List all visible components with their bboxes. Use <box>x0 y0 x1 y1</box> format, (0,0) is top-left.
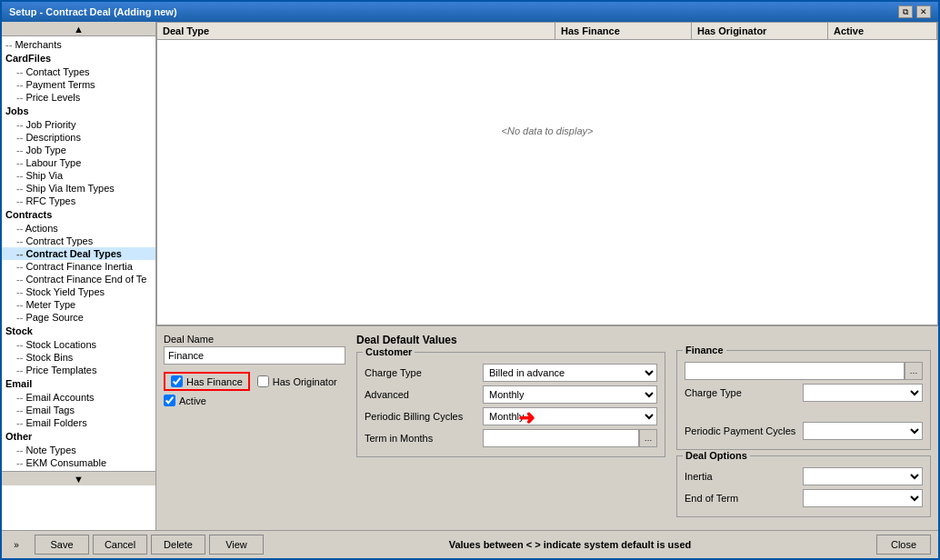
advanced-control: Monthly Quarterly Annually <box>483 385 657 404</box>
finance-charge-type-select[interactable]: Billed in advance Billed in arrears <box>803 384 923 402</box>
main-window: Setup - Contract Deal (Adding new) ⧉ ✕ ▲… <box>0 0 940 560</box>
table-header: Deal Type Has Finance Has Originator Act… <box>157 23 937 40</box>
finance-input-container: … <box>685 362 923 380</box>
customer-group-box: Customer Charge Type Billed in advance B… <box>356 352 665 457</box>
sidebar-item-descriptions[interactable]: Descriptions <box>2 131 155 144</box>
sidebar-item-ship-via[interactable]: Ship Via <box>2 169 155 182</box>
sidebar-item-job-priority[interactable]: Job Priority <box>2 118 155 131</box>
sidebar-item-contract-deal-types[interactable]: Contract Deal Types <box>2 247 155 260</box>
close-button[interactable]: ✕ <box>916 5 931 18</box>
inertia-row: Inertia <box>685 467 923 485</box>
finance-charge-type-row: Charge Type Billed in advance Billed in … <box>685 384 923 402</box>
table-no-data: <No data to display> <box>157 40 937 222</box>
sidebar-item-labour-type[interactable]: Labour Type <box>2 156 155 169</box>
has-finance-checkbox[interactable] <box>171 375 183 387</box>
bottom-buttons-left: Save Cancel Delete View <box>35 535 264 555</box>
sidebar-section-jobs: Jobs <box>2 104 155 118</box>
nav-left-arrow[interactable]: » <box>9 537 24 552</box>
finance-charge-type-label: Charge Type <box>685 387 803 398</box>
periodic-billing-select[interactable]: Monthly Quarterly Annually <box>483 407 657 425</box>
has-originator-checkbox[interactable] <box>257 375 269 387</box>
view-button[interactable]: View <box>209 535 264 555</box>
deal-defaults-section: Deal Default Values Customer Charge Type <box>356 334 665 523</box>
sidebar-item-actions[interactable]: Actions <box>2 222 155 235</box>
bottom-bar: » Save Cancel Delete View Values between… <box>2 530 938 558</box>
sidebar-section-cardfiles: CardFiles <box>2 51 155 65</box>
has-originator-container: Has Originator <box>257 375 337 387</box>
sidebar-item-contract-finance-end[interactable]: Contract Finance End of Te <box>2 273 155 285</box>
sidebar-item-meter-type[interactable]: Meter Type <box>2 298 155 311</box>
sidebar-scroll-down[interactable]: ▼ <box>2 471 155 485</box>
sidebar-item-stock-bins[interactable]: Stock Bins <box>2 351 155 364</box>
periodic-billing-row: Periodic Billing Cycles Monthly Quarterl… <box>365 407 657 425</box>
deal-name-section: Deal Name <box>164 334 345 365</box>
advanced-label: Advanced <box>365 389 483 400</box>
sidebar-item-note-types[interactable]: Note Types <box>2 444 155 456</box>
charge-type-select[interactable]: Billed in advance Billed in arrears <box>483 364 657 382</box>
sidebar-section-email: Email <box>2 376 155 391</box>
end-of-term-control <box>803 489 923 507</box>
table-area: Deal Type Has Finance Has Originator Act… <box>156 22 938 325</box>
end-of-term-label: End of Term <box>685 493 803 504</box>
col-has-originator: Has Originator <box>692 23 828 39</box>
finance-input-row: … <box>685 362 923 380</box>
col-active: Active <box>828 23 937 39</box>
deal-name-input[interactable] <box>164 346 345 365</box>
content-area: Deal Type Has Finance Has Originator Act… <box>156 22 938 530</box>
save-button[interactable]: Save <box>35 535 89 555</box>
sidebar-item-email-folders[interactable]: Email Folders <box>2 416 155 429</box>
sidebar-item-contract-finance-inertia[interactable]: Contract Finance Inertia <box>2 260 155 273</box>
periodic-billing-label: Periodic Billing Cycles <box>365 411 483 422</box>
finance-browse-button[interactable]: … <box>905 362 923 380</box>
sidebar-item-merchants[interactable]: Merchants <box>2 38 155 51</box>
periodic-payment-control: Monthly Quarterly <box>803 422 923 440</box>
finance-input[interactable] <box>685 362 905 380</box>
sidebar-item-email-tags[interactable]: Email Tags <box>2 404 155 416</box>
sidebar-item-email-accounts[interactable]: Email Accounts <box>2 391 155 404</box>
sidebar-item-payment-terms[interactable]: Payment Terms <box>2 78 155 91</box>
sidebar-scroll-up[interactable]: ▲ <box>2 22 155 36</box>
charge-type-label: Charge Type <box>365 367 483 378</box>
sidebar-item-ekm-consumable[interactable]: EKM Consumable <box>2 456 155 469</box>
active-checkbox[interactable] <box>164 395 175 406</box>
periodic-billing-control: Monthly Quarterly Annually <box>483 407 657 425</box>
sidebar: ▲ Merchants CardFiles Contact Types Paym… <box>2 22 156 530</box>
sidebar-item-price-levels[interactable]: Price Levels <box>2 91 155 104</box>
sidebar-item-ship-via-item-types[interactable]: Ship Via Item Types <box>2 182 155 195</box>
restore-button[interactable]: ⧉ <box>898 5 913 18</box>
form-row: Deal Name Has Finance Has Originat <box>164 334 931 523</box>
finance-group-title: Finance <box>683 345 726 355</box>
sidebar-content: Merchants CardFiles Contact Types Paymen… <box>2 36 155 471</box>
sidebar-item-contact-types[interactable]: Contact Types <box>2 65 155 78</box>
term-months-browse-button[interactable]: … <box>639 429 657 447</box>
cancel-button[interactable]: Cancel <box>93 535 147 555</box>
sidebar-item-job-type[interactable]: Job Type <box>2 144 155 156</box>
sidebar-item-rfc-types[interactable]: RFC Types <box>2 195 155 207</box>
title-bar-controls: ⧉ ✕ <box>898 5 931 18</box>
customer-group-title: Customer <box>363 346 415 357</box>
checkboxes-row: Has Finance Has Originator <box>164 372 345 391</box>
sidebar-item-page-source[interactable]: Page Source <box>2 311 155 324</box>
form-area: ➜ Deal Name Has Finance <box>156 325 938 530</box>
term-months-control: … <box>483 429 657 447</box>
term-months-row: Term in Months … <box>365 429 657 447</box>
inertia-select[interactable] <box>803 467 923 485</box>
sidebar-item-price-templates[interactable]: Price Templates <box>2 364 155 376</box>
periodic-payment-select[interactable]: Monthly Quarterly <box>803 422 923 440</box>
term-months-input[interactable] <box>483 429 639 447</box>
end-of-term-select[interactable] <box>803 489 923 507</box>
form-left: Deal Name Has Finance Has Originat <box>164 334 345 523</box>
active-label: Active <box>179 395 206 406</box>
delete-button[interactable]: Delete <box>151 535 205 555</box>
close-button[interactable]: Close <box>876 535 931 555</box>
sidebar-item-contract-types[interactable]: Contract Types <box>2 235 155 247</box>
finance-deal-options-column: Finance … Charge Type <box>676 334 931 523</box>
red-arrow-indicator: ➜ <box>518 406 535 430</box>
nav-arrows: » <box>9 537 24 552</box>
advanced-row: Advanced Monthly Quarterly Annually <box>365 385 657 404</box>
sidebar-item-stock-locations[interactable]: Stock Locations <box>2 338 155 351</box>
advanced-select[interactable]: Monthly Quarterly Annually <box>483 385 657 404</box>
charge-type-control: Billed in advance Billed in arrears <box>483 364 657 382</box>
active-row: Active <box>164 395 345 406</box>
sidebar-item-stock-yield-types[interactable]: Stock Yield Types <box>2 285 155 298</box>
